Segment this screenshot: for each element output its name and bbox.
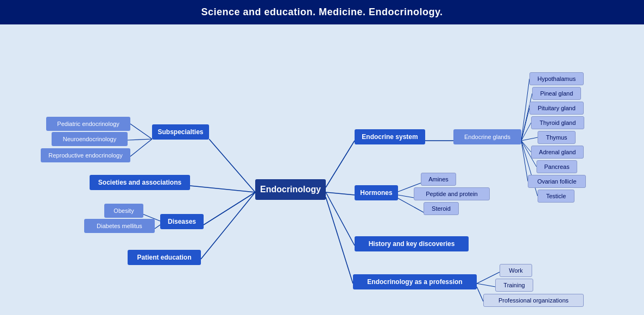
node-endocrinology[interactable]: Endocrinology [255, 179, 326, 200]
svg-line-16 [521, 108, 529, 141]
node-neuro[interactable]: Neuroendocrinology [52, 132, 128, 146]
svg-line-8 [130, 124, 152, 139]
svg-line-6 [326, 192, 355, 245]
node-pituitary[interactable]: Pituitary gland [529, 102, 584, 115]
svg-line-5 [326, 192, 355, 195]
svg-line-18 [521, 137, 538, 141]
svg-line-2 [204, 192, 255, 225]
node-patient-education[interactable]: Patient education [128, 250, 201, 265]
svg-line-0 [209, 139, 255, 192]
svg-line-4 [326, 141, 355, 187]
node-ovarian[interactable]: Ovarian follicle [528, 175, 586, 188]
node-subspecialties[interactable]: Subspecialties [152, 124, 209, 140]
node-professional-orgs[interactable]: Professional organizations [483, 294, 584, 307]
node-endocrine-system[interactable]: Endocrine system [355, 129, 425, 144]
node-diseases[interactable]: Diseases [160, 214, 204, 229]
svg-line-1 [190, 186, 255, 192]
node-steroid[interactable]: Steroid [424, 202, 459, 215]
node-testicle[interactable]: Testicle [538, 190, 574, 203]
node-societies[interactable]: Societies and associations [90, 175, 190, 190]
svg-line-28 [477, 287, 483, 301]
svg-line-24 [398, 195, 414, 198]
node-pediatric[interactable]: Pediatric endocrinology [46, 117, 130, 131]
node-profession[interactable]: Endocrinology as a profession [353, 274, 477, 289]
svg-line-19 [521, 141, 531, 152]
node-obesity[interactable]: Obesity [104, 204, 143, 218]
node-hypothalamus[interactable]: Hypothalamus [529, 72, 584, 85]
svg-line-10 [130, 139, 152, 156]
svg-line-27 [477, 284, 495, 287]
node-work[interactable]: Work [500, 264, 532, 277]
node-history[interactable]: History and key discoveries [355, 236, 469, 251]
node-pineal[interactable]: Pineal gland [532, 87, 581, 100]
node-endocrine-glands[interactable]: Endocrine glands [453, 129, 521, 144]
node-diabetes[interactable]: Diabetes mellitus [84, 219, 155, 233]
svg-line-21 [521, 141, 528, 181]
node-thyroid[interactable]: Thyroid gland [531, 116, 584, 129]
node-amines[interactable]: Amines [421, 173, 456, 186]
node-peptide[interactable]: Peptide and protein [414, 187, 490, 200]
svg-line-12 [155, 225, 160, 229]
svg-line-3 [201, 192, 255, 259]
node-reproductive[interactable]: Reproductive endocrinology [41, 148, 130, 162]
mind-map-container: Endocrinology Subspecialties Pediatric e… [0, 24, 644, 315]
svg-line-15 [521, 93, 532, 141]
node-thymus[interactable]: Thymus [538, 131, 576, 144]
header-title: Science and education. Medicine. Endocri… [201, 7, 443, 17]
header: Science and education. Medicine. Endocri… [0, 0, 644, 24]
svg-line-9 [128, 139, 152, 140]
node-adrenal[interactable]: Adrenal gland [531, 146, 584, 159]
svg-line-14 [521, 79, 529, 141]
svg-line-17 [521, 123, 531, 141]
svg-line-7 [326, 197, 353, 284]
node-hormones[interactable]: Hormones [355, 185, 398, 200]
node-pancreas[interactable]: Pancreas [536, 160, 577, 173]
node-training[interactable]: Training [495, 279, 533, 292]
